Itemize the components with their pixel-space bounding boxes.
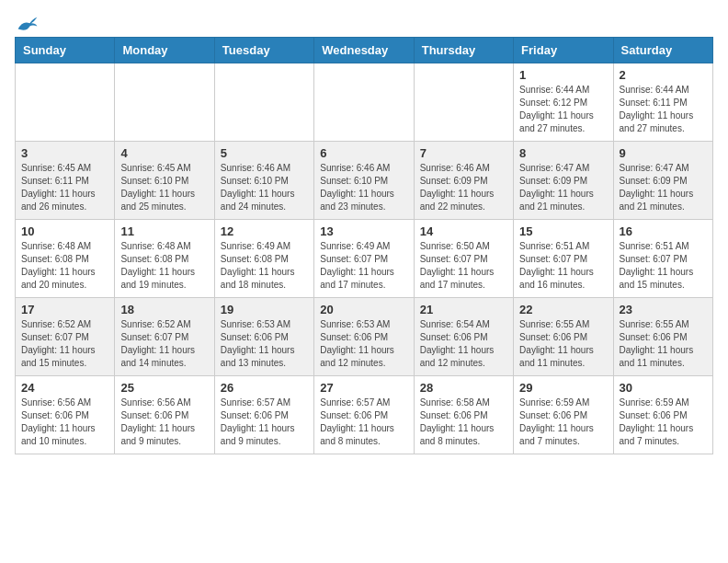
day-info: Sunrise: 6:56 AM Sunset: 6:06 PM Dayligh… — [120, 396, 208, 448]
day-number: 9 — [620, 146, 707, 160]
day-number: 28 — [420, 381, 507, 395]
calendar-header-tuesday: Tuesday — [214, 38, 313, 63]
day-info: Sunrise: 6:51 AM Sunset: 6:07 PM Dayligh… — [620, 240, 707, 292]
calendar-day-cell: 14Sunrise: 6:50 AM Sunset: 6:07 PM Dayli… — [414, 220, 513, 298]
day-number: 6 — [320, 146, 407, 160]
day-number: 5 — [221, 146, 308, 160]
day-info: Sunrise: 6:57 AM Sunset: 6:06 PM Dayligh… — [320, 396, 407, 448]
day-number: 24 — [21, 381, 108, 395]
day-info: Sunrise: 6:46 AM Sunset: 6:10 PM Dayligh… — [221, 162, 308, 213]
calendar-day-cell: 26Sunrise: 6:57 AM Sunset: 6:06 PM Dayli… — [214, 376, 313, 454]
calendar-day-cell: 4Sunrise: 6:45 AM Sunset: 6:10 PM Daylig… — [115, 142, 214, 220]
day-number: 2 — [620, 68, 707, 82]
day-info: Sunrise: 6:58 AM Sunset: 6:06 PM Dayligh… — [420, 396, 507, 448]
day-info: Sunrise: 6:44 AM Sunset: 6:12 PM Dayligh… — [519, 84, 607, 135]
day-number: 21 — [420, 303, 507, 316]
day-number: 15 — [519, 224, 607, 238]
day-number: 26 — [221, 381, 308, 395]
day-info: Sunrise: 6:59 AM Sunset: 6:06 PM Dayligh… — [620, 396, 707, 448]
day-info: Sunrise: 6:46 AM Sunset: 6:10 PM Dayligh… — [320, 162, 407, 213]
day-info: Sunrise: 6:55 AM Sunset: 6:06 PM Dayligh… — [620, 318, 707, 370]
day-info: Sunrise: 6:49 AM Sunset: 6:08 PM Dayligh… — [221, 240, 308, 292]
day-info: Sunrise: 6:47 AM Sunset: 6:09 PM Dayligh… — [620, 162, 707, 213]
calendar-day-cell: 22Sunrise: 6:55 AM Sunset: 6:06 PM Dayli… — [514, 298, 613, 376]
calendar-week-row: 17Sunrise: 6:52 AM Sunset: 6:07 PM Dayli… — [16, 298, 713, 376]
calendar-day-cell: 6Sunrise: 6:46 AM Sunset: 6:10 PM Daylig… — [314, 142, 414, 220]
calendar-day-cell — [115, 63, 214, 142]
day-number: 23 — [620, 303, 707, 316]
day-number: 1 — [519, 68, 607, 82]
day-number: 18 — [120, 303, 208, 316]
calendar-week-row: 3Sunrise: 6:45 AM Sunset: 6:11 PM Daylig… — [16, 142, 713, 220]
calendar-day-cell: 19Sunrise: 6:53 AM Sunset: 6:06 PM Dayli… — [214, 298, 313, 376]
day-number: 4 — [120, 146, 208, 160]
logo — [15, 15, 39, 29]
day-number: 14 — [420, 224, 507, 238]
calendar-day-cell: 10Sunrise: 6:48 AM Sunset: 6:08 PM Dayli… — [16, 220, 115, 298]
calendar-day-cell: 27Sunrise: 6:57 AM Sunset: 6:06 PM Dayli… — [314, 376, 414, 454]
day-number: 17 — [21, 303, 108, 316]
day-number: 11 — [120, 224, 208, 238]
day-number: 3 — [21, 146, 108, 160]
day-info: Sunrise: 6:44 AM Sunset: 6:11 PM Dayligh… — [620, 84, 707, 135]
calendar-week-row: 1Sunrise: 6:44 AM Sunset: 6:12 PM Daylig… — [16, 63, 713, 142]
day-info: Sunrise: 6:52 AM Sunset: 6:07 PM Dayligh… — [120, 318, 208, 370]
calendar-day-cell: 30Sunrise: 6:59 AM Sunset: 6:06 PM Dayli… — [613, 376, 712, 454]
day-info: Sunrise: 6:56 AM Sunset: 6:06 PM Dayligh… — [21, 396, 108, 448]
day-info: Sunrise: 6:45 AM Sunset: 6:11 PM Dayligh… — [21, 162, 108, 213]
calendar-day-cell: 11Sunrise: 6:48 AM Sunset: 6:08 PM Dayli… — [115, 220, 214, 298]
calendar-day-cell: 20Sunrise: 6:53 AM Sunset: 6:06 PM Dayli… — [314, 298, 414, 376]
calendar-day-cell: 13Sunrise: 6:49 AM Sunset: 6:07 PM Dayli… — [314, 220, 414, 298]
calendar-day-cell: 29Sunrise: 6:59 AM Sunset: 6:06 PM Dayli… — [514, 376, 613, 454]
day-info: Sunrise: 6:47 AM Sunset: 6:09 PM Dayligh… — [519, 162, 607, 213]
day-info: Sunrise: 6:53 AM Sunset: 6:06 PM Dayligh… — [320, 318, 407, 370]
day-number: 12 — [221, 224, 308, 238]
calendar-day-cell: 28Sunrise: 6:58 AM Sunset: 6:06 PM Dayli… — [414, 376, 513, 454]
calendar-week-row: 24Sunrise: 6:56 AM Sunset: 6:06 PM Dayli… — [16, 376, 713, 454]
calendar-day-cell: 12Sunrise: 6:49 AM Sunset: 6:08 PM Dayli… — [214, 220, 313, 298]
calendar-day-cell: 3Sunrise: 6:45 AM Sunset: 6:11 PM Daylig… — [16, 142, 115, 220]
calendar-day-cell: 25Sunrise: 6:56 AM Sunset: 6:06 PM Dayli… — [115, 376, 214, 454]
logo-bird-icon — [17, 15, 39, 33]
calendar-day-cell: 8Sunrise: 6:47 AM Sunset: 6:09 PM Daylig… — [514, 142, 613, 220]
calendar-table: SundayMondayTuesdayWednesdayThursdayFrid… — [15, 37, 713, 454]
calendar-day-cell: 21Sunrise: 6:54 AM Sunset: 6:06 PM Dayli… — [414, 298, 513, 376]
calendar-day-cell: 5Sunrise: 6:46 AM Sunset: 6:10 PM Daylig… — [214, 142, 313, 220]
day-info: Sunrise: 6:51 AM Sunset: 6:07 PM Dayligh… — [519, 240, 607, 292]
calendar-day-cell: 17Sunrise: 6:52 AM Sunset: 6:07 PM Dayli… — [16, 298, 115, 376]
day-number: 30 — [620, 381, 707, 395]
calendar-day-cell: 24Sunrise: 6:56 AM Sunset: 6:06 PM Dayli… — [16, 376, 115, 454]
calendar-day-cell — [214, 63, 313, 142]
calendar-day-cell: 9Sunrise: 6:47 AM Sunset: 6:09 PM Daylig… — [613, 142, 712, 220]
day-number: 19 — [221, 303, 308, 316]
calendar-header-sunday: Sunday — [16, 38, 115, 63]
day-info: Sunrise: 6:55 AM Sunset: 6:06 PM Dayligh… — [519, 318, 607, 370]
calendar-day-cell: 16Sunrise: 6:51 AM Sunset: 6:07 PM Dayli… — [613, 220, 712, 298]
calendar-header-thursday: Thursday — [414, 38, 513, 63]
day-number: 22 — [519, 303, 607, 316]
day-number: 20 — [320, 303, 407, 316]
calendar-day-cell — [414, 63, 513, 142]
calendar-day-cell: 23Sunrise: 6:55 AM Sunset: 6:06 PM Dayli… — [613, 298, 712, 376]
calendar-day-cell: 18Sunrise: 6:52 AM Sunset: 6:07 PM Dayli… — [115, 298, 214, 376]
calendar-header-wednesday: Wednesday — [314, 38, 414, 63]
page-header — [15, 15, 713, 29]
day-number: 16 — [620, 224, 707, 238]
day-number: 29 — [519, 381, 607, 395]
day-info: Sunrise: 6:54 AM Sunset: 6:06 PM Dayligh… — [420, 318, 507, 370]
calendar-day-cell: 7Sunrise: 6:46 AM Sunset: 6:09 PM Daylig… — [414, 142, 513, 220]
calendar-header-monday: Monday — [115, 38, 214, 63]
day-info: Sunrise: 6:45 AM Sunset: 6:10 PM Dayligh… — [120, 162, 208, 213]
day-info: Sunrise: 6:52 AM Sunset: 6:07 PM Dayligh… — [21, 318, 108, 370]
day-number: 7 — [420, 146, 507, 160]
day-info: Sunrise: 6:48 AM Sunset: 6:08 PM Dayligh… — [21, 240, 108, 292]
calendar-day-cell: 2Sunrise: 6:44 AM Sunset: 6:11 PM Daylig… — [613, 63, 712, 142]
calendar-header-saturday: Saturday — [613, 38, 712, 63]
calendar-header-row: SundayMondayTuesdayWednesdayThursdayFrid… — [16, 38, 713, 63]
calendar-day-cell — [16, 63, 115, 142]
day-info: Sunrise: 6:59 AM Sunset: 6:06 PM Dayligh… — [519, 396, 607, 448]
calendar-week-row: 10Sunrise: 6:48 AM Sunset: 6:08 PM Dayli… — [16, 220, 713, 298]
calendar-day-cell: 1Sunrise: 6:44 AM Sunset: 6:12 PM Daylig… — [514, 63, 613, 142]
day-info: Sunrise: 6:53 AM Sunset: 6:06 PM Dayligh… — [221, 318, 308, 370]
day-number: 8 — [519, 146, 607, 160]
